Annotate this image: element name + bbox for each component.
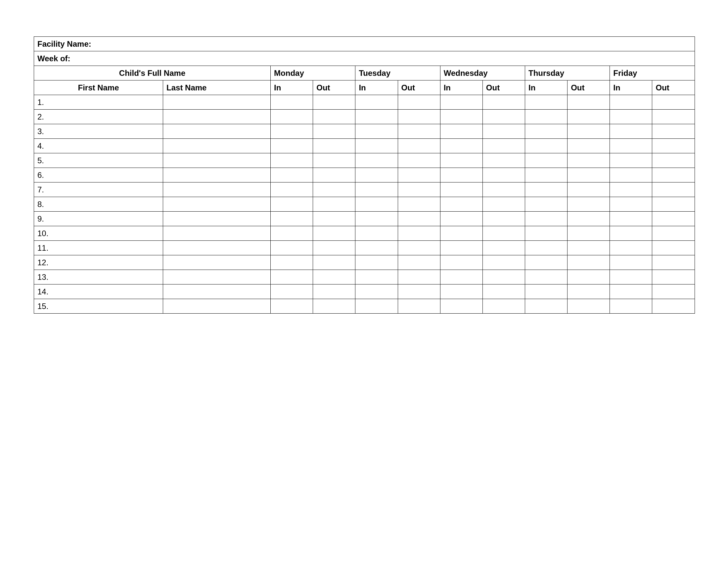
cell-tue-out	[398, 226, 440, 241]
cell-fri-in	[610, 124, 652, 139]
cell-last-name	[163, 182, 271, 197]
header-mon-out: Out	[313, 80, 355, 95]
cell-tue-in	[355, 95, 398, 110]
cell-thu-out	[568, 255, 610, 270]
cell-mon-in	[271, 182, 313, 197]
cell-fri-out	[652, 95, 695, 110]
cell-mon-in	[271, 95, 313, 110]
cell-fri-out	[652, 124, 695, 139]
cell-last-name	[163, 95, 271, 110]
cell-thu-out	[568, 95, 610, 110]
cell-fri-out	[652, 110, 695, 124]
cell-tue-in	[355, 197, 398, 211]
table-row: 8.	[34, 197, 695, 211]
cell-wed-out	[482, 139, 525, 153]
cell-fri-in	[610, 110, 652, 124]
cell-thu-in	[525, 197, 568, 211]
table-row: 13.	[34, 270, 695, 285]
cell-mon-out	[313, 139, 355, 153]
cell-wed-in	[440, 270, 482, 285]
header-tuesday: Tuesday	[355, 66, 440, 80]
cell-tue-in	[355, 153, 398, 168]
header-last-name: Last Name	[163, 80, 271, 95]
row-number: 7.	[34, 182, 163, 197]
cell-thu-out	[568, 153, 610, 168]
cell-tue-out	[398, 139, 440, 153]
table-row: 10.	[34, 226, 695, 241]
cell-mon-in	[271, 153, 313, 168]
cell-fri-out	[652, 153, 695, 168]
table-row: 9.	[34, 211, 695, 226]
cell-mon-in	[271, 124, 313, 139]
cell-last-name	[163, 197, 271, 211]
facility-name-row: Facility Name:	[34, 37, 695, 51]
table-row: 4.	[34, 139, 695, 153]
cell-last-name	[163, 168, 271, 182]
cell-tue-out	[398, 299, 440, 314]
row-number: 12.	[34, 255, 163, 270]
cell-fri-in	[610, 139, 652, 153]
cell-thu-out	[568, 285, 610, 299]
table-row: 6.	[34, 168, 695, 182]
row-number: 6.	[34, 168, 163, 182]
header-row-days: Child's Full Name Monday Tuesday Wednesd…	[34, 66, 695, 80]
table-row: 1.	[34, 95, 695, 110]
cell-fri-in	[610, 285, 652, 299]
cell-fri-out	[652, 182, 695, 197]
row-number: 10.	[34, 226, 163, 241]
cell-wed-out	[482, 255, 525, 270]
cell-tue-out	[398, 110, 440, 124]
cell-fri-out	[652, 168, 695, 182]
cell-wed-in	[440, 241, 482, 255]
cell-thu-in	[525, 153, 568, 168]
cell-last-name	[163, 241, 271, 255]
cell-last-name	[163, 110, 271, 124]
cell-wed-out	[482, 285, 525, 299]
cell-tue-in	[355, 110, 398, 124]
cell-thu-out	[568, 124, 610, 139]
cell-thu-out	[568, 182, 610, 197]
cell-wed-in	[440, 139, 482, 153]
header-fri-out: Out	[652, 80, 695, 95]
cell-last-name	[163, 124, 271, 139]
header-wed-in: In	[440, 80, 482, 95]
cell-mon-out	[313, 226, 355, 241]
cell-tue-out	[398, 197, 440, 211]
cell-tue-out	[398, 285, 440, 299]
row-number: 3.	[34, 124, 163, 139]
cell-thu-in	[525, 124, 568, 139]
cell-mon-out	[313, 110, 355, 124]
cell-wed-in	[440, 226, 482, 241]
cell-wed-in	[440, 124, 482, 139]
table-row: 2.	[34, 110, 695, 124]
cell-fri-out	[652, 270, 695, 285]
cell-fri-out	[652, 255, 695, 270]
row-number: 2.	[34, 110, 163, 124]
header-row-inout: First Name Last Name In Out In Out In Ou…	[34, 80, 695, 95]
cell-last-name	[163, 226, 271, 241]
table-row: 11.	[34, 241, 695, 255]
cell-tue-out	[398, 255, 440, 270]
table-row: 5.	[34, 153, 695, 168]
cell-thu-in	[525, 255, 568, 270]
cell-wed-out	[482, 168, 525, 182]
cell-fri-out	[652, 226, 695, 241]
cell-tue-in	[355, 255, 398, 270]
table-row: 14.	[34, 285, 695, 299]
cell-thu-out	[568, 168, 610, 182]
cell-mon-out	[313, 95, 355, 110]
header-thu-in: In	[525, 80, 568, 95]
cell-mon-in	[271, 241, 313, 255]
cell-mon-out	[313, 270, 355, 285]
row-number: 13.	[34, 270, 163, 285]
header-mon-in: In	[271, 80, 313, 95]
header-tue-out: Out	[398, 80, 440, 95]
cell-thu-out	[568, 211, 610, 226]
table-row: 7.	[34, 182, 695, 197]
cell-mon-out	[313, 153, 355, 168]
cell-tue-in	[355, 168, 398, 182]
cell-tue-out	[398, 211, 440, 226]
cell-mon-out	[313, 255, 355, 270]
row-number: 9.	[34, 211, 163, 226]
cell-tue-in	[355, 211, 398, 226]
